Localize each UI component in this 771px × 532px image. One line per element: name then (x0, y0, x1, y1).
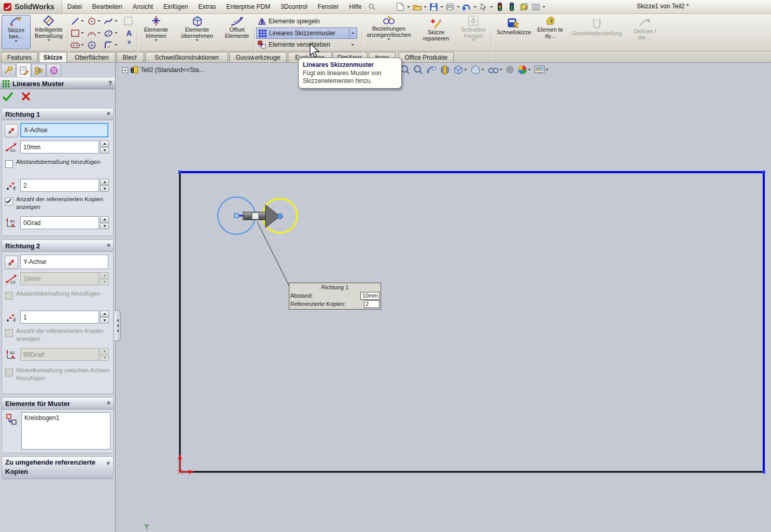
quick-snaps-caret[interactable] (472, 39, 475, 41)
new-dropdown-caret[interactable] (407, 6, 410, 8)
selection-box-icon[interactable] (123, 16, 133, 25)
mirror-entities-button[interactable]: Elemente spiegeln (256, 16, 359, 26)
tab-blech[interactable]: Blech (117, 52, 144, 62)
smart-dimension-caret[interactable] (47, 39, 50, 41)
menu-enterprise-pdm[interactable]: Enterprise PDM (221, 2, 276, 12)
menu-ansicht[interactable]: Ansicht (128, 2, 158, 12)
new-document-icon[interactable] (395, 2, 405, 12)
menu-einfuegen[interactable]: Einfügen (158, 2, 193, 12)
cancel-button[interactable] (21, 91, 31, 102)
text-tool-icon[interactable]: A (124, 28, 134, 37)
tab-gusswerkzeuge[interactable]: Gusswerkzeuge (229, 52, 287, 62)
seed-center-point[interactable] (234, 214, 239, 218)
point-tool-icon[interactable]: * (124, 39, 134, 49)
menu-3dcontrol[interactable]: 3Dcontrol (275, 2, 312, 12)
undo-icon[interactable] (461, 2, 472, 12)
dynamic-entities-button[interactable]: Elemen te dy... (537, 15, 564, 49)
exit-sketch-caret[interactable] (15, 40, 18, 42)
menu-extras[interactable]: Extras (193, 2, 221, 12)
properties-icon[interactable] (530, 2, 541, 12)
spline-tool-caret[interactable] (115, 20, 118, 22)
move-entities-button[interactable]: Elemente verschieben (256, 39, 350, 50)
tab-skizze[interactable]: Skizze (39, 52, 67, 62)
direction2-axis-field[interactable]: Y-Achse (20, 255, 108, 269)
menu-bearbeiten[interactable]: Bearbeiten (87, 2, 128, 12)
search-icon[interactable] (367, 2, 377, 12)
save-dropdown-caret[interactable] (440, 6, 443, 8)
circle-tool-caret[interactable] (97, 20, 101, 22)
help-button[interactable]: ? (108, 80, 112, 87)
properties-dropdown-caret[interactable] (542, 6, 545, 8)
convert-entities-button[interactable]: Elemente übernehmen (175, 15, 219, 48)
offset-entities-button[interactable]: Offset Elemente (222, 16, 252, 48)
open-dropdown-caret[interactable] (424, 6, 427, 8)
vertex-top-right[interactable] (762, 171, 765, 174)
define-button[interactable]: Definier t die ... (630, 18, 660, 48)
entities-header[interactable]: Elemente für Muster » (2, 398, 113, 410)
line-tool-icon[interactable] (71, 17, 80, 26)
save-icon[interactable] (428, 2, 439, 12)
count1-field[interactable]: 2 (20, 179, 99, 192)
reverse-direction2-button[interactable] (5, 256, 18, 269)
smart-dimension-button[interactable]: Intelligente Bemaßung (32, 15, 66, 48)
ok-button[interactable] (2, 91, 13, 102)
direction1-header[interactable]: Richtung 1 » (2, 108, 113, 120)
rectangle-tool-caret[interactable] (81, 32, 84, 34)
ellipse-tool-icon[interactable] (104, 29, 113, 38)
feature-manager-tab[interactable] (1, 64, 16, 77)
open-icon[interactable] (412, 2, 422, 12)
linear-pattern-button[interactable]: Lineares Skizzenmuster (256, 27, 351, 39)
spline-tool-icon[interactable] (104, 17, 113, 26)
entities-listbox[interactable]: Kreisbogen1 (21, 412, 110, 450)
display-relations-button[interactable]: Beziehungen anzeigen/löschen (365, 15, 413, 49)
convert-caret[interactable] (195, 39, 199, 41)
count1-spinner[interactable] (100, 179, 109, 192)
relations-caret[interactable] (387, 38, 390, 40)
expand-chevron-icon[interactable]: » (105, 461, 113, 464)
collapse-chevron-icon[interactable]: » (105, 402, 113, 405)
count2-field[interactable]: 1 (20, 311, 99, 324)
collapse-chevron-icon[interactable]: » (105, 113, 113, 116)
trim-entities-button[interactable]: Elemente trimmen (139, 15, 173, 48)
select-icon[interactable] (478, 2, 488, 12)
undo-dropdown-caret[interactable] (473, 6, 476, 8)
fillet-tool-caret[interactable] (115, 44, 118, 46)
configuration-manager-tab[interactable] (31, 64, 46, 77)
slot-tool-caret[interactable] (81, 44, 84, 46)
select-dropdown-caret[interactable] (490, 6, 493, 8)
quick-snaps-button[interactable]: Schnelles Fangen (458, 15, 489, 49)
tab-schweisskonstruktionen[interactable]: Schweißkonstruktionen (145, 52, 228, 62)
print-icon[interactable] (445, 2, 455, 12)
pattern-arrow-handle[interactable] (252, 213, 259, 219)
spacing1-spinner[interactable] (100, 141, 109, 153)
repair-sketch-button[interactable]: Skizze reparieren (416, 18, 456, 48)
show-count1-checkbox[interactable] (5, 198, 13, 205)
circle-tool-icon[interactable] (87, 17, 96, 26)
ellipse-tool-caret[interactable] (115, 32, 118, 34)
line-tool-caret[interactable] (81, 20, 84, 22)
exit-sketch-button[interactable]: Skizze bee... (2, 15, 31, 49)
spacing1-field[interactable]: 10mm (20, 141, 99, 153)
callout-spacing-value[interactable]: 10mm (360, 292, 380, 300)
dimxpert-manager-tab[interactable] (46, 64, 61, 77)
move-entities-caret[interactable] (349, 39, 356, 50)
property-manager-tab[interactable] (16, 63, 31, 77)
linear-pattern-caret[interactable] (349, 27, 357, 39)
reverse-direction1-button[interactable] (5, 124, 18, 137)
rebuild-icon[interactable] (495, 2, 505, 12)
menu-fenster[interactable]: Fenster (313, 2, 344, 12)
print-dropdown-caret[interactable] (457, 6, 460, 8)
thread-display-button[interactable]: Gewindedarstellung (565, 18, 628, 47)
angle1-spinner[interactable] (100, 216, 109, 229)
count2-spinner[interactable] (100, 311, 109, 324)
callout-instances-value[interactable]: 2 (364, 300, 380, 308)
rectangle-tool-icon[interactable] (71, 29, 80, 38)
menu-hilfe[interactable]: Hilfe (344, 2, 367, 12)
tab-features[interactable]: Features (1, 52, 38, 62)
options-icon[interactable]: ! (518, 2, 529, 12)
slot-tool-icon[interactable] (71, 40, 80, 50)
add-spacing-dim1-checkbox[interactable] (5, 160, 13, 168)
arc-tool-caret[interactable] (97, 32, 101, 34)
rapid-sketch-button[interactable]: Schnellskizze (493, 18, 535, 48)
entities-list-item[interactable]: Kreisbogen1 (22, 413, 110, 423)
